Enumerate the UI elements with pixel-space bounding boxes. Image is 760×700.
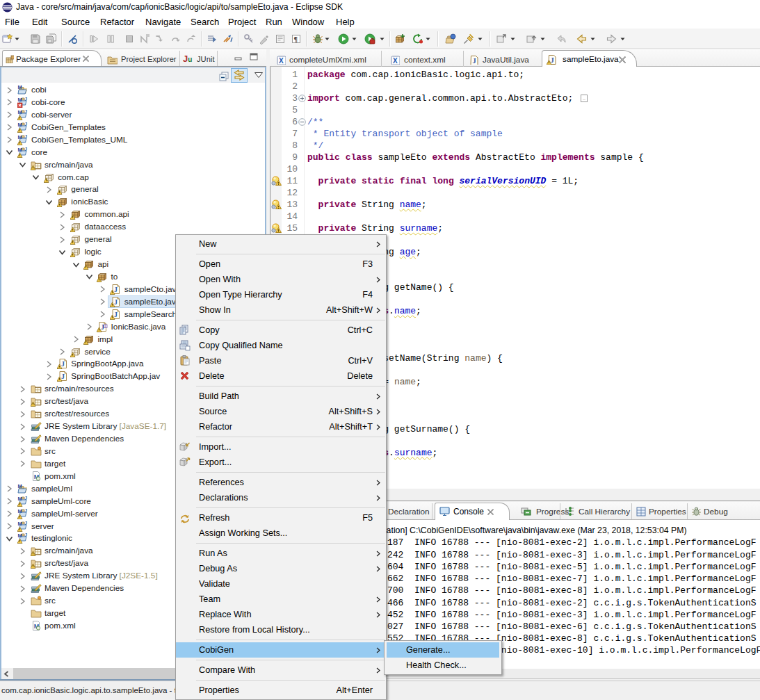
svg-text:M: M bbox=[17, 532, 22, 539]
svg-text:J: J bbox=[61, 373, 65, 380]
svg-text:M: M bbox=[17, 496, 22, 502]
svg-text:J: J bbox=[24, 134, 27, 140]
svg-text:J: J bbox=[24, 532, 27, 538]
svg-text:M: M bbox=[17, 122, 22, 128]
svg-text:J: J bbox=[114, 285, 118, 293]
svg-text:X: X bbox=[279, 57, 284, 65]
svg-text:M: M bbox=[17, 147, 22, 153]
svg-text:J: J bbox=[114, 310, 118, 318]
svg-text:M: M bbox=[17, 508, 22, 514]
svg-text:J: J bbox=[61, 360, 65, 368]
svg-text:J: J bbox=[24, 147, 27, 152]
svg-text:J: J bbox=[24, 97, 27, 102]
svg-text:I: I bbox=[105, 324, 106, 327]
svg-text:M: M bbox=[17, 521, 22, 527]
svg-text:J: J bbox=[473, 57, 476, 65]
svg-text:J: J bbox=[551, 56, 554, 64]
svg-text:J: J bbox=[114, 298, 118, 305]
svg-text:M: M bbox=[17, 483, 22, 489]
svg-text:¶: ¶ bbox=[294, 35, 298, 43]
svg-text:J: J bbox=[24, 508, 27, 514]
svg-text:J: J bbox=[24, 122, 27, 127]
svg-text:M: M bbox=[17, 97, 22, 103]
svg-text:J: J bbox=[24, 109, 27, 115]
svg-text:M: M bbox=[17, 109, 22, 115]
svg-text:M: M bbox=[17, 134, 22, 140]
svg-text:J: J bbox=[24, 496, 27, 501]
svg-text:X: X bbox=[393, 57, 398, 65]
svg-text:J: J bbox=[24, 521, 27, 526]
svg-text:M: M bbox=[17, 84, 22, 90]
